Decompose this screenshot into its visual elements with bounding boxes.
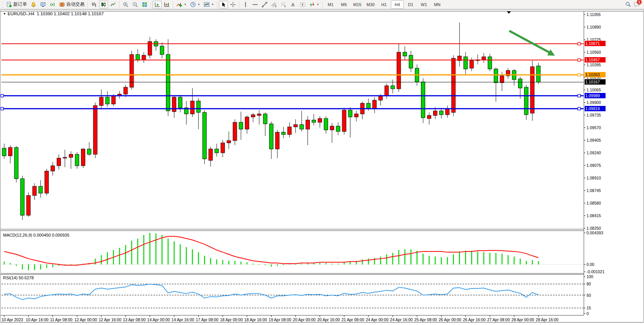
price-tick-label: 1.08580 [587, 201, 601, 205]
macd-label: MACD(12,26,9) 0.000450 0.000935 [3, 233, 69, 237]
date-label: 12 Apr 16:00 [99, 317, 121, 322]
macd-bar [538, 261, 539, 264]
candle [124, 87, 128, 94]
candle [373, 100, 376, 109]
date-label: 24 Apr 16:00 [390, 317, 413, 322]
macd-bar [386, 255, 387, 264]
macd-bar [161, 235, 163, 264]
candle [239, 122, 243, 129]
candle [494, 69, 498, 83]
candle [45, 171, 49, 193]
date-label: 24 Apr 00:00 [366, 317, 389, 322]
candle [245, 117, 249, 129]
level-handle [1, 94, 3, 97]
macd-signal-line [4, 236, 539, 265]
macd-bar [399, 250, 400, 264]
symbol-dropdown-icon[interactable]: ▼ [3, 12, 6, 16]
date-label: 19 Apr 08:00 [269, 317, 292, 322]
ohlc-values: 1.10390 1.10402 1.10148 1.10167 [37, 11, 104, 16]
candle [294, 125, 298, 127]
macd-bar [416, 251, 418, 264]
candle [518, 79, 522, 88]
candle [160, 46, 164, 54]
candle [51, 166, 55, 171]
rsi-tick-label: 80 [587, 282, 591, 286]
macd-bar [392, 253, 394, 264]
chart-canvas[interactable] [0, 0, 644, 325]
macd-bar [332, 264, 333, 264]
macd-bar [471, 251, 472, 264]
date-label: 26 Apr 16:00 [463, 317, 486, 322]
macd-bar [174, 242, 175, 264]
date-label: 10 Apr 2023 [2, 317, 23, 322]
macd-bar [441, 257, 442, 264]
macd-bar [465, 251, 466, 264]
macd-bar [477, 251, 478, 264]
candle [348, 110, 352, 117]
price-tick-label: 1.09735 [587, 113, 601, 117]
macd-bar [131, 241, 132, 264]
macd-bar [374, 258, 375, 264]
date-label: 18 Apr 16:00 [244, 317, 267, 322]
candle [464, 57, 467, 69]
macd-bar [429, 256, 430, 264]
price-tick-label: 1.08250 [587, 226, 601, 231]
macd-bar [156, 234, 157, 264]
macd-bar [247, 262, 248, 264]
candle [482, 57, 486, 60]
candle [172, 97, 176, 112]
candle [263, 114, 267, 124]
macd-bar [216, 259, 217, 264]
macd-bar [265, 264, 266, 265]
candle [233, 122, 237, 141]
candle [451, 58, 455, 112]
macd-bar [283, 264, 284, 265]
date-label: 11 Apr 08:00 [50, 317, 73, 322]
candle [397, 52, 401, 89]
macd-bar [508, 255, 509, 264]
candle [99, 97, 103, 106]
macd-bar [52, 264, 53, 267]
macd-bar [271, 264, 272, 267]
macd-bar [101, 255, 102, 264]
candle [300, 125, 304, 129]
candle [367, 103, 370, 109]
macd-bar [404, 249, 405, 264]
level-handle [578, 59, 580, 61]
candle [288, 127, 292, 134]
macd-bar [380, 256, 381, 264]
rsi-tick-label: 0 [587, 311, 589, 316]
level-handle [578, 42, 580, 45]
date-label: 13 Apr 08:00 [123, 317, 146, 322]
candle [439, 111, 443, 115]
price-tick-label: 1.09900 [587, 100, 601, 105]
level-handle [578, 74, 580, 76]
candle [69, 154, 73, 157]
macd-bar [514, 256, 515, 264]
macd-bar [10, 263, 11, 264]
macd-bar [338, 264, 339, 264]
rsi-value: 50.6278 [19, 275, 34, 280]
candle [2, 148, 6, 156]
window-border [1, 10, 644, 323]
date-label: 14 Apr 16:00 [172, 317, 194, 322]
macd-bar [137, 239, 139, 264]
candle [324, 118, 328, 130]
rsi-label: RSI(14) 50.6278 [3, 275, 34, 280]
candle [421, 82, 425, 118]
candle [427, 115, 431, 118]
macd-bar [34, 264, 35, 270]
date-label: 20 Apr 16:00 [317, 317, 340, 322]
candle [202, 112, 206, 159]
macd-bar [107, 252, 108, 264]
candle [251, 115, 255, 117]
macd-bar [167, 239, 169, 264]
candle [196, 101, 200, 112]
macd-bar [301, 264, 302, 264]
macd-values: 0.000450 0.000935 [33, 233, 69, 237]
price-tick-label: 1.09405 [587, 138, 601, 142]
candle [57, 158, 61, 166]
level-price-tag: 1.09819 [585, 106, 606, 111]
candle [403, 52, 407, 56]
macd-bar [46, 264, 47, 268]
